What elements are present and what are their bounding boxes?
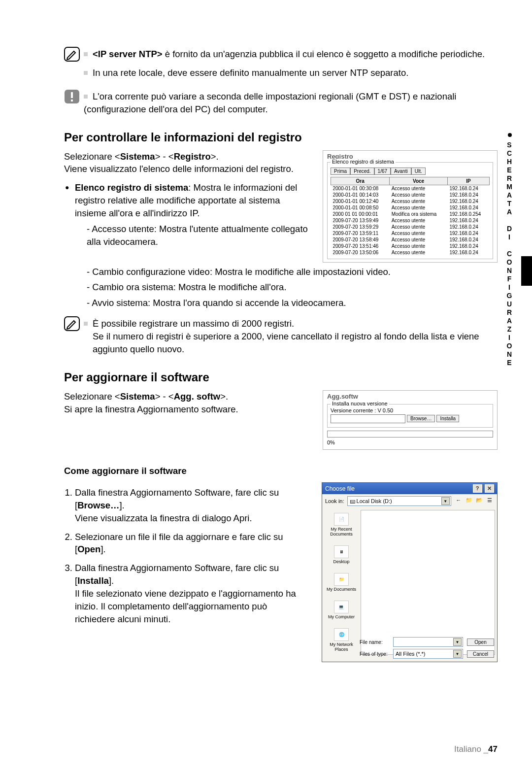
btn-last[interactable]: Ult. — [411, 168, 426, 175]
table-row: 2000-01-01 00:14:03Accesso utente192.168… — [331, 192, 490, 198]
table-row: 2000-01-01 00:08:50Accesso utente192.168… — [331, 204, 490, 211]
sub-item: Cambio ora sistema: Mostra le modifiche … — [87, 281, 498, 294]
sec1-note-1: È possibile registrare un massimo di 200… — [84, 317, 498, 330]
note-line-2: In una rete locale, deve essere definito… — [84, 67, 498, 79]
chevron-down-icon[interactable]: ▼ — [453, 638, 462, 646]
agg-version: Versione corrente : V 0.50 — [331, 407, 490, 413]
filetype-combo[interactable]: All Files (*.*)▼ — [393, 649, 463, 659]
filetype-label: Files of type: — [360, 651, 389, 657]
table-row: 2009-07-20 13:59:29Accesso utente192.168… — [331, 224, 490, 230]
step-3: Dalla finestra Aggiornamento Software, f… — [75, 562, 309, 625]
progress-pct: 0% — [327, 439, 493, 445]
table-row: 2009-07-20 13:51:46Accesso utente192.168… — [331, 243, 490, 249]
btn-page[interactable]: 1/67 — [374, 168, 391, 175]
places-computer[interactable]: 💻My Computer — [328, 601, 355, 619]
install-button[interactable]: Installa — [436, 415, 459, 422]
toolbar-icons: ← 📁 📂 ☰ — [454, 497, 494, 505]
sec1-intro2: Viene visualizzato l'elenco delle inform… — [64, 163, 310, 175]
places-desktop[interactable]: 🖥Desktop — [333, 545, 349, 564]
note-line-1: <IP server NTP> è fornito da un'agenzia … — [84, 48, 498, 61]
caution-text: L'ora corrente può variare a seconda del… — [84, 90, 498, 116]
table-row: 2009-07-20 13:50:06Accesso utente192.168… — [331, 249, 490, 256]
file-list-area[interactable] — [361, 510, 495, 655]
progress-bar — [327, 431, 493, 437]
step-2: Selezionare un file il file da aggiornar… — [75, 531, 309, 556]
svg-rect-2 — [71, 92, 73, 98]
newfolder-icon[interactable]: 📂 — [475, 497, 484, 505]
caution-icon — [64, 89, 84, 106]
sec2-intro: Selezionare <Sistema> - <Agg. softw>. — [64, 390, 310, 403]
lookin-combo[interactable]: 🖴 Local Disk (D:) ▼ — [347, 496, 451, 506]
registro-table: Ora Voce IP 2000-01-01 00:30:08Accesso u… — [331, 177, 490, 256]
page-footer: Italiano _47 — [454, 744, 498, 754]
open-button[interactable]: Open — [467, 639, 494, 646]
table-row: 2000-01-01 00:12:40Accesso utente192.168… — [331, 198, 490, 204]
sec2-intro2: Si apre la finestra Aggiornamento softwa… — [64, 403, 310, 416]
places-recent[interactable]: 📄My Recent Documents — [324, 513, 359, 537]
table-row: 2009-07-20 13:59:11Accesso utente192.168… — [331, 230, 490, 236]
btn-first[interactable]: Prima — [331, 168, 350, 175]
table-row: 2009-07-20 13:59:49Accesso utente192.168… — [331, 217, 490, 224]
table-row: 2000 01 01 00:00:01Modifica ora sistema1… — [331, 211, 490, 217]
chevron-down-icon[interactable]: ▼ — [453, 650, 462, 658]
sub-item: Avvio sistema: Mostra l'ora quando si ac… — [87, 297, 498, 309]
registro-panel: Registro Elenco registro di sistema Prim… — [323, 150, 498, 263]
lookin-label: Look in: — [325, 498, 344, 504]
chevron-down-icon[interactable]: ▼ — [441, 497, 450, 505]
agg-legend: Installa nuova versione — [331, 401, 389, 406]
btn-next[interactable]: Avanti — [391, 168, 411, 175]
file-dialog: Choose file ? ✕ Look in: 🖴 Local Disk (D… — [322, 482, 498, 663]
sec1-bullet: Elenco registro di sistema: Mostra le in… — [75, 181, 310, 248]
agg-file-input[interactable] — [331, 414, 405, 423]
note-icon — [64, 47, 84, 64]
section-heading-registro: Per controllare le informazioni del regi… — [64, 131, 498, 144]
up-icon[interactable]: 📁 — [465, 497, 473, 505]
table-row: 2000-01-01 00:30:08Accesso utente192.168… — [331, 185, 490, 192]
sub-item: Accesso utente: Mostra l'utente attualme… — [87, 223, 310, 248]
views-icon[interactable]: ☰ — [485, 497, 494, 505]
registro-legend: Elenco registro di sistema — [331, 159, 396, 165]
section-heading-aggsoftw: Per aggiornare il software — [64, 370, 498, 384]
browse-button[interactable]: Browse… — [407, 415, 435, 422]
close-icon[interactable]: ✕ — [485, 484, 494, 493]
filename-label: File name: — [360, 639, 389, 645]
cancel-button[interactable]: Cancel — [467, 650, 494, 658]
note-icon — [64, 316, 84, 333]
sub-item: Cambio configurazione video: Mostra le m… — [87, 266, 498, 278]
btn-prev[interactable]: Preced. — [350, 168, 374, 175]
back-icon[interactable]: ← — [454, 497, 463, 505]
step-1: Dalla finestra Aggiornamento Software, f… — [75, 486, 309, 525]
places-documents[interactable]: 📁My Documents — [327, 573, 356, 592]
filedlg-title: Choose file — [325, 485, 355, 492]
sec2-subheading: Come aggiornare il software — [64, 466, 498, 476]
svg-rect-3 — [71, 100, 73, 101]
table-row: 2009-07-20 13:58:49Accesso utente192.168… — [331, 236, 490, 243]
aggsoftw-panel: Agg.softw Installa nuova versione Versio… — [323, 390, 498, 450]
filename-combo[interactable]: ▼ — [393, 637, 463, 647]
sec1-intro: Selezionare <Sistema> - <Registro>. — [64, 150, 310, 163]
side-tab-label: SCHERMATA DI CONFIGURAZIONE — [505, 141, 513, 367]
side-band — [521, 256, 532, 286]
help-icon[interactable]: ? — [473, 484, 482, 493]
sec1-note-2: Se il numero di registri è superiore a 2… — [93, 330, 498, 356]
